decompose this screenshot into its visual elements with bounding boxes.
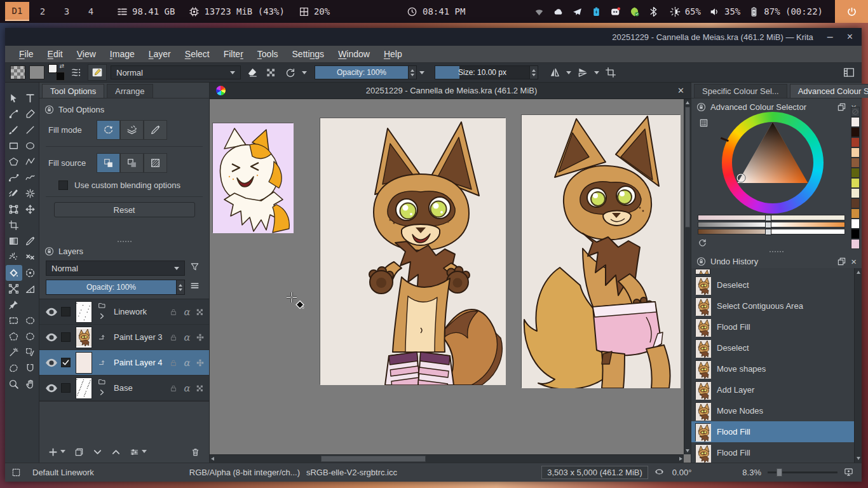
crop-tool[interactable]: [6, 217, 22, 233]
zoom-value[interactable]: 8.3%: [742, 468, 761, 477]
workspace-2[interactable]: 2: [32, 2, 53, 21]
freehand-brush-tool[interactable]: [6, 122, 22, 138]
panel-splitter[interactable]: [39, 239, 209, 244]
history-swatch[interactable]: [851, 198, 860, 208]
menu-layer[interactable]: Layer: [142, 47, 177, 61]
layer-lock-icon[interactable]: [168, 333, 179, 342]
vertical-scrollbar-thumb[interactable]: [685, 107, 690, 227]
lock-docker-icon[interactable]: [696, 257, 706, 266]
source-pattern-button[interactable]: [144, 153, 167, 173]
lock-docker-icon[interactable]: [44, 105, 54, 114]
chevron-down-icon[interactable]: [60, 450, 65, 453]
battery-charging-icon[interactable]: [591, 6, 602, 17]
zoom-slider[interactable]: [768, 471, 837, 473]
pattern-chooser[interactable]: [29, 65, 44, 79]
brush-editor-icon[interactable]: [88, 64, 107, 81]
rectangle-tool[interactable]: [6, 138, 22, 154]
vertical-scrollbar[interactable]: [684, 99, 691, 454]
layer-alpha-icon[interactable]: α: [181, 383, 192, 394]
layer-visibility-icon[interactable]: [44, 305, 58, 319]
minimize-button[interactable]: –: [827, 31, 833, 43]
discord-icon[interactable]: [610, 6, 621, 17]
fg-bg-colors[interactable]: ⇄: [48, 64, 65, 81]
saturation-triangle[interactable]: [722, 112, 824, 214]
close-button[interactable]: ×: [847, 31, 853, 43]
select-shapes-tool[interactable]: [6, 90, 22, 106]
polyline-tool[interactable]: [22, 154, 39, 170]
shade-slider-handle[interactable]: [765, 222, 771, 228]
brightness-indicator[interactable]: 65%: [670, 6, 701, 17]
chevron-down-icon[interactable]: [594, 71, 599, 74]
history-swatch[interactable]: [851, 239, 860, 249]
document-tab[interactable]: 20251229 - Cannella de Meias.kra (461.2 …: [210, 83, 691, 99]
app-green-icon[interactable]: [629, 6, 640, 17]
expand-icon[interactable]: [98, 388, 106, 398]
layer-lock-icon[interactable]: [168, 358, 179, 367]
ellipse-tool[interactable]: [22, 138, 39, 154]
history-swatch[interactable]: [851, 158, 860, 168]
freehand-path-tool[interactable]: [22, 170, 39, 186]
chevron-down-icon[interactable]: [142, 450, 147, 453]
float-docker-icon[interactable]: [837, 102, 846, 112]
menu-tools[interactable]: Tools: [251, 47, 285, 61]
layer-menu-icon[interactable]: [190, 281, 203, 294]
menu-settings[interactable]: Settings: [286, 47, 331, 61]
measure-tool[interactable]: [22, 281, 39, 297]
float-docker-icon[interactable]: [837, 257, 846, 266]
polygon-tool[interactable]: [6, 154, 22, 170]
color-sampler-tool[interactable]: [22, 233, 39, 249]
expand-icon[interactable]: [98, 312, 106, 322]
menu-help[interactable]: Help: [377, 47, 409, 61]
canvas-size-field[interactable]: 3,503 x 5,000 (461.2 MiB): [541, 466, 648, 479]
layer-thumbnail[interactable]: [76, 301, 92, 323]
reset-button[interactable]: Reset: [54, 202, 195, 217]
refresh-selector-icon[interactable]: [698, 238, 709, 249]
menu-file[interactable]: File: [13, 47, 40, 61]
move-layer-down-icon[interactable]: [93, 447, 102, 456]
layer-opacity-spinner[interactable]: [177, 280, 185, 295]
power-button[interactable]: [835, 0, 868, 23]
undo-item[interactable]: Move shapes: [691, 358, 854, 379]
volume-indicator[interactable]: 35%: [709, 6, 740, 17]
pan-tool[interactable]: [22, 376, 39, 392]
menu-edit[interactable]: Edit: [41, 47, 69, 61]
workspace-4[interactable]: 4: [80, 2, 102, 21]
workspace-D1[interactable]: D1: [5, 2, 29, 21]
tab-tool-options[interactable]: Tool Options: [42, 84, 104, 98]
similar-select-tool[interactable]: [22, 344, 39, 360]
history-swatch[interactable]: [851, 178, 860, 188]
lock-docker-icon[interactable]: [44, 247, 54, 256]
layer-visibility-icon[interactable]: [44, 356, 58, 370]
bluetooth-icon[interactable]: [648, 6, 659, 17]
layer-thumbnail[interactable]: [76, 377, 92, 399]
menu-view[interactable]: View: [71, 47, 102, 61]
undo-item[interactable]: Add Layer: [691, 379, 854, 400]
telegram-icon[interactable]: [572, 6, 583, 17]
tab-arrange[interactable]: Arrange: [107, 84, 153, 98]
shade-slider-handle[interactable]: [765, 229, 771, 235]
layer-thumbnail[interactable]: [76, 327, 92, 348]
brush-presets-icon[interactable]: [69, 65, 84, 80]
chevron-down-icon[interactable]: [566, 71, 571, 74]
shade-slider[interactable]: [698, 229, 845, 234]
line-tool[interactable]: [22, 122, 39, 138]
magnetic-select-tool[interactable]: [22, 360, 39, 376]
layer-visibility-icon[interactable]: [44, 330, 58, 344]
undo-item[interactable]: Flood Fill: [691, 442, 854, 463]
layer-checkbox[interactable]: [61, 332, 71, 342]
text-tool[interactable]: [22, 90, 39, 106]
layer-lock-icon[interactable]: [168, 384, 179, 393]
canvas-viewport[interactable]: [210, 99, 691, 463]
fill-similar-button[interactable]: [120, 120, 144, 140]
menu-window[interactable]: Window: [332, 47, 376, 61]
duplicate-layer-icon[interactable]: [74, 447, 84, 456]
layer-row-linework[interactable]: Lineworkα: [39, 299, 209, 325]
window-titlebar[interactable]: 20251229 - Cannella de Meias.kra (461.2 …: [5, 28, 862, 46]
undo-item[interactable]: Flood Fill: [691, 316, 854, 337]
enclose-fill-tool[interactable]: [22, 265, 39, 281]
layer-visibility-icon[interactable]: [44, 381, 58, 395]
layer-alpha-inherit-icon[interactable]: [194, 384, 205, 393]
history-swatch[interactable]: [851, 127, 860, 137]
wifi-icon[interactable]: [534, 6, 545, 17]
shade-slider[interactable]: [698, 222, 845, 227]
